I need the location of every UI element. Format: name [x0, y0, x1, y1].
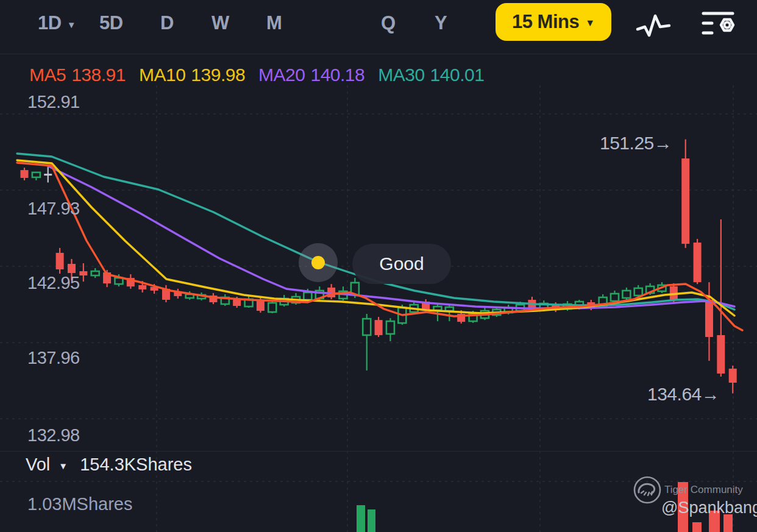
volume-scale-label: 1.03MShares	[27, 494, 133, 514]
arrow-right-icon: →	[654, 133, 672, 153]
tiger-community-logo-icon	[631, 474, 663, 506]
ma30-readout: MA30140.01	[378, 65, 484, 85]
chevron-down-icon: ▼	[585, 18, 595, 29]
y-axis-label: 132.98	[27, 425, 80, 445]
tab-range-w[interactable]: W	[211, 12, 229, 34]
chart-screen: 1D ▼ 5D D W M Q Y 15 Mins ▼	[0, 0, 757, 532]
tab-range-d[interactable]: D	[160, 12, 174, 34]
chevron-down-icon: ▼	[59, 461, 68, 471]
chevron-down-icon: ▼	[67, 20, 76, 30]
settings-sliders-icon	[701, 9, 737, 41]
ma-indicator-row: MA5138.91 MA10139.98 MA20140.18 MA30140.…	[29, 65, 484, 85]
high-price-annotation: 151.25→	[600, 133, 672, 154]
panel-divider	[0, 451, 757, 452]
indicator-settings-button[interactable]	[701, 9, 737, 41]
interval-selector-button[interactable]: 15 Mins ▼	[496, 3, 611, 41]
tab-range-y[interactable]: Y	[435, 12, 447, 34]
watermark-handle: @Spankbang	[661, 498, 757, 517]
line-chart-toggle-button[interactable]	[635, 9, 672, 41]
pulse-icon	[635, 9, 672, 41]
comment-tooltip[interactable]: Good	[352, 244, 451, 284]
y-axis-label: 152.91	[27, 92, 80, 112]
volume-indicator-selector[interactable]: Vol ▼ 154.3KShares	[26, 455, 192, 475]
ma5-readout: MA5138.91	[29, 65, 126, 85]
volume-label: Vol	[26, 455, 50, 475]
tab-range-1d[interactable]: 1D ▼	[38, 12, 76, 34]
interval-label: 15 Mins	[512, 11, 579, 33]
watermark-brand: Tiger Community	[664, 484, 743, 496]
y-axis-label: 137.96	[27, 348, 80, 368]
ma10-readout: MA10139.98	[139, 65, 245, 85]
watermark: Tiger Community @Spankbang	[631, 474, 663, 508]
tab-range-5d[interactable]: 5D	[99, 12, 123, 34]
volume-value: 154.3KShares	[80, 455, 192, 475]
ma20-readout: MA20140.18	[258, 65, 364, 85]
comment-marker-dot	[311, 256, 325, 269]
tab-range-m[interactable]: M	[266, 12, 282, 34]
low-price-annotation: 134.64→	[647, 384, 719, 405]
y-axis-label: 147.93	[27, 199, 80, 219]
arrow-right-icon: →	[702, 384, 720, 404]
tab-range-q[interactable]: Q	[381, 12, 396, 34]
comment-tooltip-text: Good	[379, 254, 424, 274]
y-axis-label: 142.95	[27, 273, 80, 293]
toolbar: 1D ▼ 5D D W M Q Y 15 Mins ▼	[0, 0, 757, 54]
tab-range-1d-label: 1D	[38, 12, 62, 34]
